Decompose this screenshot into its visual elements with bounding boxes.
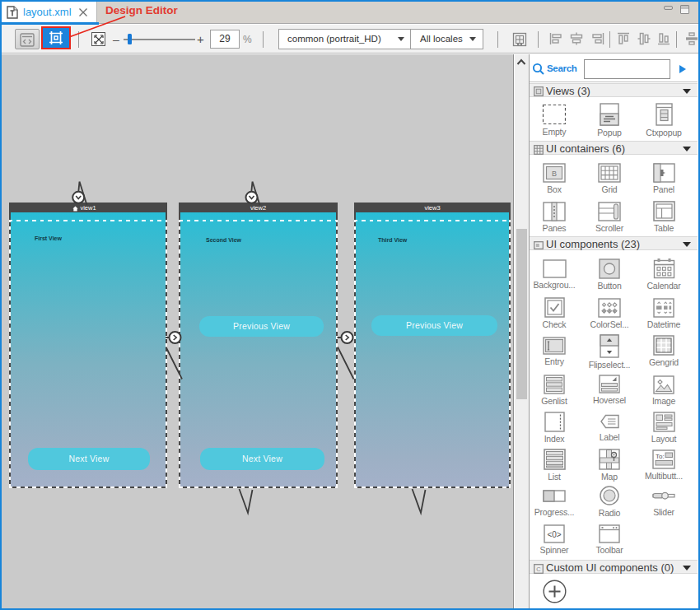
svg-text:To:: To:	[656, 453, 665, 460]
svg-text:B: B	[552, 170, 557, 178]
svg-text:C: C	[536, 566, 541, 573]
svg-text:<0>: <0>	[547, 530, 561, 539]
